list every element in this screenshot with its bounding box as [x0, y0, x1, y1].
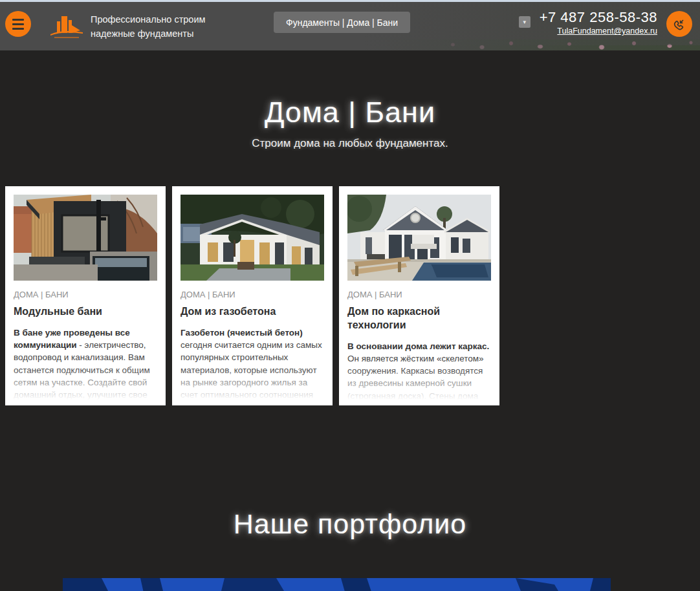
menu-button[interactable]: [5, 11, 31, 37]
tagline-line-1: Профессионально строим: [91, 12, 205, 27]
header-tagline: Профессионально строим надежные фундамен…: [91, 12, 205, 41]
phone-number-link[interactable]: +7 487 258-58-38: [540, 9, 657, 26]
callback-button[interactable]: [666, 11, 692, 37]
card-body: В бане уже проведены все коммуникации - …: [14, 327, 157, 402]
phone-incoming-icon: [672, 16, 687, 32]
card-image-gas-concrete-house: [180, 195, 324, 281]
card-title: Модульные бани: [14, 305, 157, 319]
card-image-frame-house: [347, 195, 491, 281]
portfolio-section-title: Наше портфолио: [0, 508, 700, 540]
company-logo[interactable]: [48, 14, 85, 39]
card-modular-baths[interactable]: ДОМА | БАНИ Модульные бани В бане уже пр…: [5, 186, 166, 405]
site-header: Профессионально строим надежные фундамен…: [0, 2, 700, 50]
card-title: Дом по каркасной технологии: [347, 305, 491, 332]
card-text: Он является жёстким «скелетом» сооружени…: [347, 354, 484, 401]
nav-button-foundations-houses-baths[interactable]: Фундаменты | Дома | Бани: [274, 12, 410, 33]
phone-dropdown-button[interactable]: ▾: [519, 16, 530, 28]
card-gas-concrete-house[interactable]: ДОМА | БАНИ Дом из газобетона Газобетон …: [172, 186, 333, 405]
card-lead: В основании дома лежит каркас.: [347, 341, 489, 351]
card-frame-house[interactable]: ДОМА | БАНИ Дом по каркасной технологии …: [339, 186, 499, 405]
card-category: ДОМА | БАНИ: [180, 290, 324, 299]
portfolio-slide[interactable]: [63, 578, 611, 591]
contact-block: +7 487 258-58-38 TulaFundament@yandex.ru: [540, 9, 657, 36]
card-body: Газобетон (ячеистый бетон) сегодня счита…: [180, 327, 324, 405]
cards-row: ДОМА | БАНИ Модульные бани В бане уже пр…: [5, 186, 500, 405]
card-body: В основании дома лежит каркас. Он являет…: [347, 340, 491, 402]
card-title: Дом из газобетона: [180, 305, 324, 319]
email-link[interactable]: TulaFundament@yandex.ru: [540, 27, 657, 36]
chevron-down-icon: ▾: [523, 19, 526, 25]
card-lead: Газобетон (ячеистый бетон): [180, 328, 303, 338]
tagline-line-2: надежные фундаменты: [91, 27, 205, 41]
page-title: Дома | Бани: [0, 96, 700, 129]
hero-section: Дома | Бани Строим дома на любых фундаме…: [0, 96, 700, 150]
page-subtitle: Строим дома на любых фундаментах.: [0, 137, 700, 150]
card-category: ДОМА | БАНИ: [347, 290, 491, 299]
card-image-modular-bath: [14, 195, 157, 281]
card-category: ДОМА | БАНИ: [14, 290, 157, 299]
card-text: сегодня считается одним из самых популяр…: [180, 340, 322, 405]
hamburger-icon: [12, 19, 24, 30]
portfolio-slide-image: [63, 578, 611, 591]
